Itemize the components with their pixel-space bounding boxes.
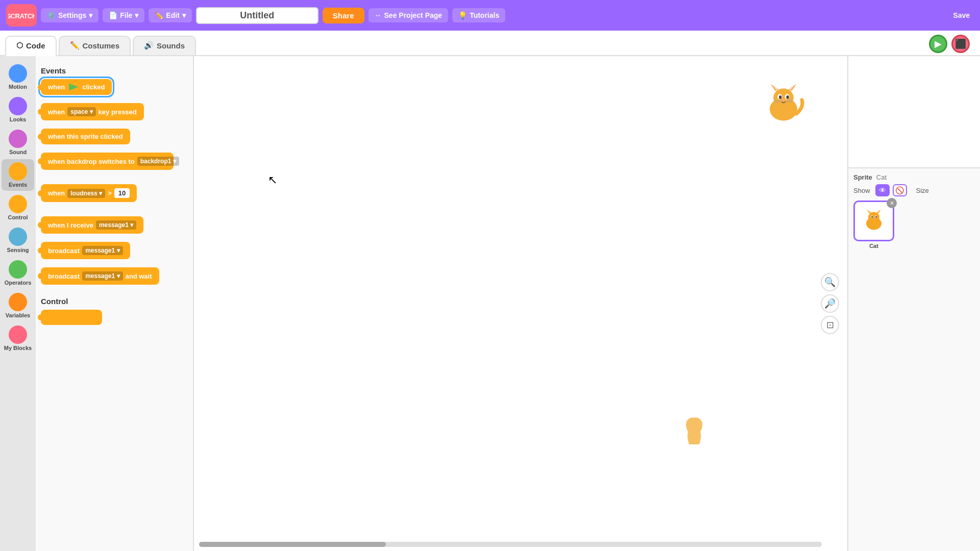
show-hidden-button[interactable]: 🚫 <box>893 184 907 196</box>
events-section-header: Events <box>41 66 188 75</box>
fit-icon: ⊡ <box>826 319 834 331</box>
tabbar: ⬡ Code ✏️ Costumes 🔊 Sounds ▶ ⬛ <box>0 31 980 56</box>
cursor-indicator: ↖ <box>268 173 277 187</box>
motion-label: Motion <box>9 84 27 90</box>
green-flag-small-icon <box>69 84 78 91</box>
sidebar-item-sound[interactable]: Sound <box>2 127 34 158</box>
show-visible-button[interactable]: 👁 <box>875 184 890 196</box>
myblocks-label: My Blocks <box>4 345 32 351</box>
variables-dot <box>9 293 27 311</box>
looks-label: Looks <box>10 116 26 122</box>
tab-code[interactable]: ⬡ Code <box>5 36 57 56</box>
operators-label: Operators <box>5 280 32 286</box>
file-chevron-icon: ▾ <box>135 11 138 19</box>
sensing-dot <box>9 228 27 246</box>
categories-sidebar: Motion Looks Sound Events Control Sensin… <box>0 56 36 551</box>
sidebar-item-myblocks[interactable]: My Blocks <box>2 322 34 354</box>
share-button[interactable]: Share <box>323 8 364 23</box>
sprite-label-row: Sprite Cat <box>853 173 975 181</box>
svg-text:SCRATCH: SCRATCH <box>8 12 35 20</box>
block-when-backdrop-switches[interactable]: when backdrop switches to backdrop1 ▾ <box>41 153 174 170</box>
tutorials-icon: 💡 <box>458 11 467 19</box>
svg-point-25 <box>873 218 875 219</box>
looks-dot <box>9 97 27 115</box>
zoom-in-button[interactable]: 🔍 <box>821 273 839 291</box>
see-project-button[interactable]: ↔️ See Project Page <box>369 8 449 22</box>
stop-button[interactable]: ⬛ <box>951 35 970 53</box>
svg-point-12 <box>782 99 785 102</box>
edit-button[interactable]: ✏️ Edit ▾ <box>149 8 191 22</box>
stage-panel: Sprite Cat Show 👁 🚫 Size ✕ <box>847 56 980 551</box>
motion-dot <box>9 64 27 83</box>
sidebar-item-sensing[interactable]: Sensing <box>2 224 34 256</box>
stage-view[interactable] <box>848 56 980 168</box>
playback-controls: ▶ ⬛ <box>929 35 970 53</box>
canvas-area[interactable]: 🔍 🔎 ⊡ ↖ <box>194 56 847 551</box>
file-button[interactable]: 📄 File ▾ <box>103 8 144 22</box>
stage-edge-decoration <box>684 414 704 449</box>
control-section-header: Control <box>41 297 188 306</box>
events-dot <box>9 162 27 181</box>
settings-chevron-icon: ▾ <box>89 11 92 19</box>
svg-point-23 <box>871 216 873 218</box>
operators-dot <box>9 260 27 279</box>
svg-point-18 <box>868 212 879 222</box>
sprite-card-cat[interactable]: ✕ Cat <box>853 201 894 249</box>
zoom-out-button[interactable]: 🔎 <box>821 294 839 313</box>
canvas-horizontal-scrollbar[interactable] <box>199 542 822 547</box>
zoom-out-icon: 🔎 <box>824 298 836 309</box>
sidebar-item-events[interactable]: Events <box>2 159 34 191</box>
tutorials-button[interactable]: 💡 Tutorials <box>452 8 505 22</box>
sidebar-item-variables[interactable]: Variables <box>2 290 34 321</box>
svg-point-3 <box>773 89 794 107</box>
show-controls: Show 👁 🚫 Size <box>853 184 975 196</box>
file-icon: 📄 <box>109 11 117 19</box>
main-content: Motion Looks Sound Events Control Sensin… <box>0 56 980 551</box>
costumes-icon: ✏️ <box>70 41 80 50</box>
settings-button[interactable]: ⚙️ Settings ▾ <box>41 8 99 22</box>
fit-button[interactable]: ⊡ <box>821 316 839 334</box>
sound-dot <box>9 130 27 148</box>
green-flag-button[interactable]: ▶ <box>929 35 947 53</box>
sprite-list: ✕ Cat <box>853 201 975 249</box>
sensing-label: Sensing <box>7 247 29 253</box>
myblocks-dot <box>9 325 27 344</box>
edit-chevron-icon: ▾ <box>182 11 186 19</box>
svg-point-24 <box>875 216 877 218</box>
block-broadcast[interactable]: broadcast message1 ▾ <box>41 242 130 259</box>
sound-label: Sound <box>9 149 27 155</box>
blocks-panel: Events when clicked when space ▾ key pre… <box>36 56 194 551</box>
variables-label: Variables <box>6 312 30 318</box>
canvas-scrollbar-thumb[interactable] <box>199 542 386 547</box>
project-name-input[interactable] <box>196 7 318 24</box>
sprite-delete-button[interactable]: ✕ <box>887 198 897 208</box>
block-when-flag-clicked[interactable]: when clicked <box>41 79 112 95</box>
sidebar-item-operators[interactable]: Operators <box>2 257 34 289</box>
sprite-info-panel: Sprite Cat Show 👁 🚫 Size ✕ <box>848 168 980 551</box>
events-label: Events <box>9 182 27 188</box>
svg-marker-19 <box>867 210 871 214</box>
block-when-sprite-clicked[interactable]: when this sprite clicked <box>41 129 130 144</box>
scratch-cat-sprite <box>761 82 806 137</box>
sidebar-item-looks[interactable]: Looks <box>2 94 34 126</box>
save-status: Save <box>953 11 970 19</box>
svg-point-10 <box>779 95 781 99</box>
block-when-loudness[interactable]: when loudness ▾ > 10 <box>41 184 137 202</box>
control-label: Control <box>8 214 28 220</box>
sounds-icon: 🔊 <box>144 41 154 50</box>
block-control-placeholder[interactable] <box>41 310 102 325</box>
tab-costumes[interactable]: ✏️ Costumes <box>59 36 131 55</box>
sidebar-item-control[interactable]: Control <box>2 192 34 223</box>
block-when-receive[interactable]: when I receive message1 ▾ <box>41 216 143 234</box>
canvas-controls: 🔍 🔎 ⊡ <box>821 273 839 334</box>
block-broadcast-wait[interactable]: broadcast message1 ▾ and wait <box>41 267 159 285</box>
tab-sounds[interactable]: 🔊 Sounds <box>133 36 196 55</box>
code-icon: ⬡ <box>16 41 23 50</box>
block-when-key-pressed[interactable]: when space ▾ key pressed <box>41 103 144 120</box>
see-project-icon: ↔️ <box>375 11 382 19</box>
control-dot <box>9 195 27 213</box>
scratch-logo[interactable]: SCRATCH <box>6 4 37 27</box>
sidebar-item-motion[interactable]: Motion <box>2 61 34 93</box>
edit-icon: ✏️ <box>155 11 163 19</box>
svg-marker-20 <box>876 210 881 214</box>
